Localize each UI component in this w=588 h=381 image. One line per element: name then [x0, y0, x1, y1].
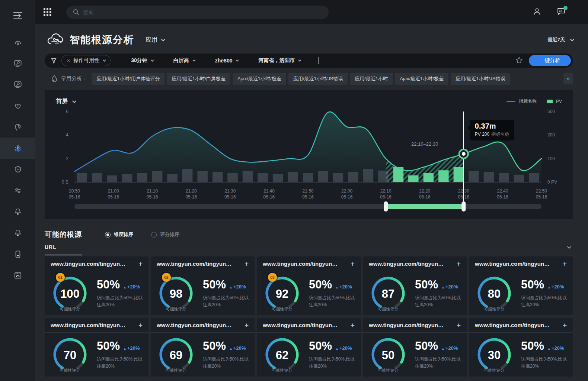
percent-value: 50% — [203, 278, 226, 291]
rank-badge: 02 — [162, 273, 171, 282]
score-value: 100 — [60, 287, 80, 300]
quick-analysis-chip[interactable]: 应用/最近1小时/白屏极差 — [167, 73, 230, 85]
remove-filter-icon[interactable]: × — [67, 58, 70, 64]
quick-analysis-chip[interactable]: Ajax/最近1小时/极差 — [395, 73, 448, 85]
notification-dot — [563, 6, 568, 10]
metric-selector[interactable]: 首屏 — [56, 97, 75, 105]
add-to-filter-button[interactable]: + — [563, 260, 567, 268]
root-card[interactable]: www.tingyun.com/tingyun… + 69可能性评分 50% ▲… — [151, 318, 255, 377]
root-card[interactable]: www.tingyun.com/tingyun… + 70可能性评分 50% ▲… — [45, 318, 148, 377]
sort-option-1[interactable]: 评分排序 — [151, 231, 179, 238]
add-to-filter-button[interactable]: + — [563, 321, 567, 329]
messages-button[interactable] — [557, 7, 566, 17]
sidebar-item-resource[interactable] — [0, 159, 35, 180]
filter-dropdown-0[interactable]: 30分钟 — [131, 57, 153, 64]
root-card[interactable]: www.tingyun.com/tingyun… + 30可能性评分 50% ▲… — [469, 318, 573, 377]
add-to-filter-button[interactable]: + — [457, 260, 461, 268]
add-to-filter-button[interactable]: + — [457, 321, 461, 329]
legend-item-bar[interactable]: PV — [547, 99, 562, 104]
quick-analysis-chip[interactable]: 应用/最近1小时/JS错误 — [451, 73, 510, 85]
slider-handle-right — [461, 201, 466, 212]
root-section-header: 可能的根源 维度排序评分排序 — [45, 229, 179, 240]
sidebar-item-health-monitor[interactable] — [0, 95, 35, 116]
delta-badge: ▲+20% — [229, 345, 246, 351]
chevron-down-icon — [151, 58, 154, 61]
sidebar-item-browser-task[interactable] — [0, 265, 35, 286]
combo-chart[interactable]: 20:5005-1621:0005-1621:1005-1621:2005-16… — [45, 90, 573, 219]
marker-point — [459, 149, 468, 158]
score-gauge: 69可能性评分 — [158, 337, 194, 372]
svg-text:05-16: 05-16 — [108, 194, 119, 200]
root-card[interactable]: www.tingyun.com/tingyun… + 80可能性评分 50% ▲… — [469, 256, 573, 315]
svg-text:0 S: 0 S — [62, 180, 68, 185]
chevron-down-icon — [72, 99, 76, 103]
user-button[interactable] — [533, 7, 541, 17]
analyze-button[interactable]: 一键分析 — [529, 55, 571, 66]
search-box[interactable] — [66, 6, 329, 19]
collapse-section-icon[interactable] — [567, 245, 571, 249]
svg-text:22:10: 22:10 — [380, 188, 392, 194]
legend-item-line[interactable]: 指标名称 — [506, 98, 537, 104]
sidebar-item-app-experience[interactable] — [0, 53, 35, 74]
root-card[interactable]: www.tingyun.com/tingyun… + 03 92可能性评分 50… — [257, 256, 361, 315]
score-value: 87 — [382, 287, 394, 300]
add-to-filter-button[interactable]: + — [245, 321, 249, 329]
svg-text:21:20: 21:20 — [186, 188, 197, 194]
quick-analysis-row: 常用分析： 应用/最近1小时/用户体验评分应用/最近1小时/白屏极差Ajax/最… — [45, 73, 573, 85]
card-url: www.tingyun.com/tingyun… — [369, 261, 457, 267]
svg-text:05-16: 05-16 — [185, 194, 197, 200]
tab-url[interactable]: URL — [45, 244, 82, 255]
sidebar-item-notifications[interactable] — [0, 222, 35, 243]
sidebar-item-ai-insight[interactable] — [0, 116, 35, 138]
quick-analysis-chip[interactable]: 应用/最近1小时/用户体验评分 — [92, 73, 164, 85]
delta-badge: ▲+20% — [123, 284, 140, 290]
card-url: www.tingyun.com/tingyun… — [157, 322, 245, 328]
score-value: 92 — [276, 287, 288, 300]
time-range-selector[interactable]: 最近7天 — [548, 36, 573, 43]
sidebar-item-dashboard-gauge[interactable] — [0, 32, 35, 53]
filter-dropdown-2[interactable]: zhe800 — [215, 58, 238, 64]
score-label: 可能性评分 — [166, 368, 186, 372]
apps-grid-button[interactable] — [44, 8, 51, 16]
score-value: 70 — [64, 349, 76, 362]
root-card[interactable]: www.tingyun.com/tingyun… + 50可能性评分 50% ▲… — [363, 318, 467, 377]
search-input[interactable] — [83, 9, 322, 15]
add-to-filter-button[interactable]: + — [245, 260, 249, 268]
root-card[interactable]: www.tingyun.com/tingyun… + 01 100可能性评分 5… — [45, 256, 148, 315]
favorite-button[interactable] — [515, 56, 523, 65]
svg-text:05-16: 05-16 — [341, 194, 353, 200]
sidebar-item-web-experience[interactable] — [0, 74, 35, 95]
sidebar-item-settings[interactable] — [0, 180, 35, 201]
card-description: 访问量占比为50%,比以往高20% — [203, 356, 250, 370]
root-card[interactable]: www.tingyun.com/tingyun… + 62可能性评分 50% ▲… — [257, 318, 361, 377]
filter-dropdown-1[interactable]: 白屏高 — [173, 57, 195, 64]
legend-bar-swatch — [547, 100, 553, 103]
sidebar-item-alerts[interactable] — [0, 201, 35, 222]
scope-selector[interactable]: 应用 — [146, 36, 164, 44]
add-to-filter-button[interactable]: + — [138, 260, 143, 268]
delta-badge: ▲+20% — [123, 345, 140, 351]
add-to-filter-button[interactable]: + — [351, 260, 355, 268]
quick-analysis-chip[interactable]: 应用/最近1小时 — [350, 73, 393, 85]
quick-analysis-chip[interactable]: Ajax/最近1小时/极差 — [233, 73, 286, 85]
root-card[interactable]: www.tingyun.com/tingyun… + 02 98可能性评分 50… — [151, 256, 255, 315]
add-to-filter-button[interactable]: + — [351, 321, 355, 329]
svg-text:0 PV: 0 PV — [547, 180, 557, 185]
sidebar-collapse-button[interactable] — [0, 8, 35, 23]
ai-insight-icon — [13, 122, 23, 132]
sort-option-0[interactable]: 维度排序 — [105, 231, 133, 238]
active-filter-chip[interactable]: × 操作可用性 — [61, 55, 111, 66]
time-range-slider[interactable] — [74, 201, 541, 212]
sidebar-item-root-analysis[interactable] — [0, 138, 35, 159]
more-chips-button[interactable]: » — [563, 73, 573, 84]
quick-analysis-chip[interactable]: 应用/最近1小时/JS错误 — [288, 73, 348, 85]
svg-text:4: 4 — [66, 132, 68, 138]
root-card[interactable]: www.tingyun.com/tingyun… + 87可能性评分 50% ▲… — [363, 256, 467, 315]
add-to-filter-button[interactable]: + — [138, 321, 143, 329]
sidebar-item-mobile-app[interactable] — [0, 243, 35, 265]
radio-icon — [151, 232, 157, 238]
card-header: www.tingyun.com/tingyun… + — [45, 256, 148, 271]
card-body: 69可能性评分 50% ▲+20% 访问量占比为50%,比以往高20% — [151, 333, 255, 376]
time-range-value: 最近7天 — [548, 36, 565, 43]
filter-dropdown-3[interactable]: 河南省，洛阳市 — [258, 57, 300, 64]
